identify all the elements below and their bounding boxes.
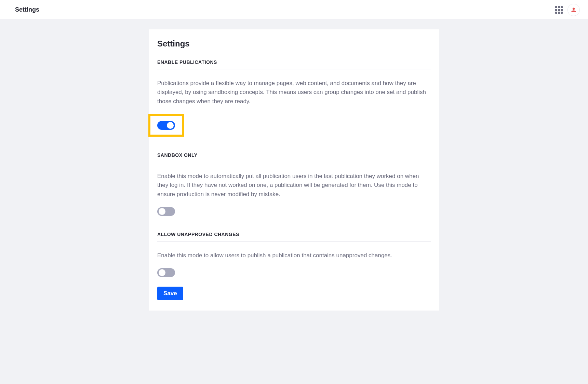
user-icon xyxy=(571,7,576,13)
enable-publications-toggle-highlight xyxy=(148,114,184,137)
allow-unapproved-toggle-wrap xyxy=(157,268,175,277)
save-button[interactable]: Save xyxy=(157,287,183,300)
section-sandbox-only: SANDBOX ONLY Enable this mode to automat… xyxy=(157,152,431,217)
sandbox-only-toggle-wrap xyxy=(157,207,175,216)
section-description: Enable this mode to allow users to publi… xyxy=(157,251,431,260)
section-description: Enable this mode to automatically put al… xyxy=(157,172,431,199)
apps-icon[interactable] xyxy=(555,6,563,14)
enable-publications-toggle[interactable] xyxy=(157,121,175,130)
settings-panel: Settings ENABLE PUBLICATIONS Publication… xyxy=(149,29,439,311)
sandbox-only-toggle[interactable] xyxy=(157,207,175,216)
section-allow-unapproved: ALLOW UNAPPROVED CHANGES Enable this mod… xyxy=(157,232,431,278)
allow-unapproved-toggle[interactable] xyxy=(157,268,175,277)
section-heading: ALLOW UNAPPROVED CHANGES xyxy=(157,232,431,242)
topbar-title: Settings xyxy=(15,6,39,13)
section-description: Publications provide a flexible way to m… xyxy=(157,79,431,106)
panel-title: Settings xyxy=(157,39,431,49)
section-heading: ENABLE PUBLICATIONS xyxy=(157,59,431,69)
section-heading: SANDBOX ONLY xyxy=(157,152,431,162)
topbar: Settings xyxy=(0,0,588,20)
section-enable-publications: ENABLE PUBLICATIONS Publications provide… xyxy=(157,59,431,138)
topbar-actions xyxy=(555,4,580,16)
avatar[interactable] xyxy=(567,4,580,16)
